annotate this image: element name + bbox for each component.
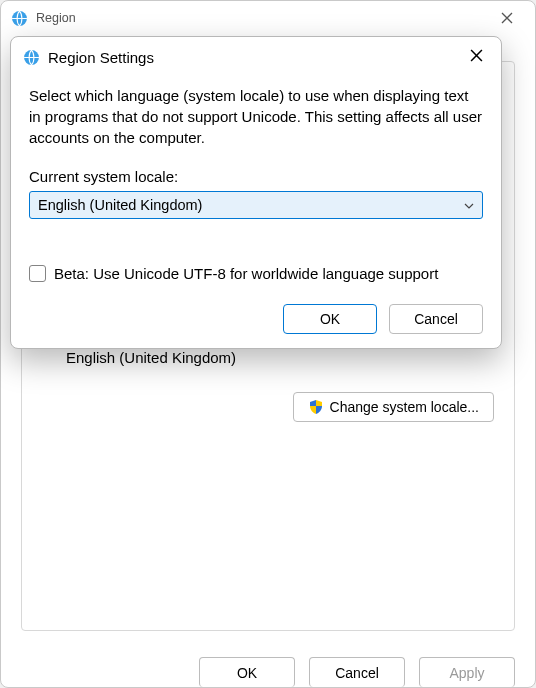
modal-title: Region Settings bbox=[48, 49, 457, 66]
parent-ok-button[interactable]: OK bbox=[199, 657, 295, 687]
parent-apply-label: Apply bbox=[449, 665, 484, 681]
locale-combobox[interactable]: English (United Kingdom) bbox=[29, 191, 483, 219]
close-icon bbox=[501, 10, 513, 27]
beta-utf8-row: Beta: Use Unicode UTF-8 for worldwide la… bbox=[29, 265, 483, 282]
modal-ok-button[interactable]: OK bbox=[283, 304, 377, 334]
modal-description: Select which language (system locale) to… bbox=[29, 85, 483, 148]
close-icon bbox=[470, 48, 483, 66]
region-settings-dialog: Region Settings Select which language (s… bbox=[10, 36, 502, 349]
non-unicode-current-language: English (United Kingdom) bbox=[66, 349, 494, 366]
locale-combobox-value: English (United Kingdom) bbox=[38, 197, 202, 213]
parent-bottom-buttons: OK Cancel Apply bbox=[199, 657, 515, 687]
beta-utf8-checkbox[interactable] bbox=[29, 265, 46, 282]
change-locale-row: Change system locale... bbox=[42, 392, 494, 422]
modal-titlebar: Region Settings bbox=[11, 37, 501, 77]
globe-icon bbox=[11, 10, 28, 27]
modal-button-row: OK Cancel bbox=[11, 304, 501, 334]
parent-cancel-label: Cancel bbox=[335, 665, 379, 681]
globe-icon bbox=[23, 49, 40, 66]
modal-cancel-label: Cancel bbox=[414, 311, 458, 327]
chevron-down-icon bbox=[464, 198, 474, 212]
modal-cancel-button[interactable]: Cancel bbox=[389, 304, 483, 334]
locale-combobox-label: Current system locale: bbox=[29, 168, 483, 185]
parent-titlebar: Region bbox=[1, 1, 535, 35]
parent-close-button[interactable] bbox=[485, 3, 529, 33]
modal-close-button[interactable] bbox=[457, 42, 495, 72]
change-system-locale-label: Change system locale... bbox=[330, 399, 479, 415]
beta-utf8-label: Beta: Use Unicode UTF-8 for worldwide la… bbox=[54, 265, 438, 282]
change-system-locale-button[interactable]: Change system locale... bbox=[293, 392, 494, 422]
modal-ok-label: OK bbox=[320, 311, 340, 327]
parent-window-title: Region bbox=[36, 11, 485, 25]
parent-ok-label: OK bbox=[237, 665, 257, 681]
modal-body: Select which language (system locale) to… bbox=[11, 77, 501, 282]
parent-cancel-button[interactable]: Cancel bbox=[309, 657, 405, 687]
uac-shield-icon bbox=[308, 399, 324, 415]
parent-apply-button[interactable]: Apply bbox=[419, 657, 515, 687]
